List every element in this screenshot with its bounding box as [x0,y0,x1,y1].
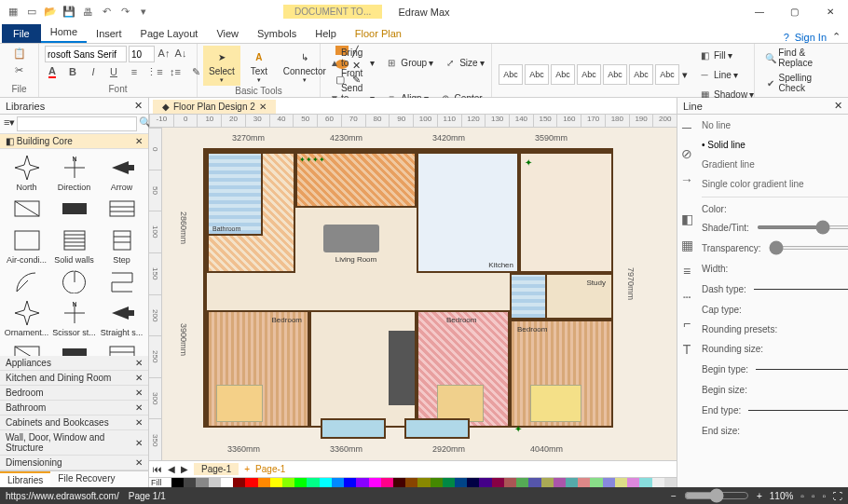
italic-button[interactable]: I [86,64,101,79]
swatch-scroll-icon[interactable]: ▾ [680,69,690,81]
color-swatch[interactable] [590,478,602,487]
color-swatch[interactable] [541,478,554,487]
collapsed-section[interactable]: Cabinets and Bookcases✕ [0,415,148,430]
color-swatch[interactable] [417,478,430,487]
floor-plan-menu[interactable]: Floor Plan [346,24,411,43]
qa-dropdown-icon[interactable]: ▾ [137,6,150,19]
library-shape[interactable]: North [4,153,49,192]
qa-print-icon[interactable]: 🖶 [81,6,94,19]
library-shape[interactable] [99,339,144,356]
font-size-combo[interactable] [129,46,155,62]
view-menu[interactable]: View [207,24,248,43]
libraries-tab[interactable]: Libraries [0,471,50,487]
color-swatch[interactable] [405,478,417,487]
color-swatch[interactable] [652,478,664,487]
align-left-icon[interactable]: ≡ [127,64,142,79]
library-shape[interactable]: Ornament... [4,298,49,337]
library-shape[interactable] [51,194,97,224]
collapsed-section[interactable]: Appliances✕ [0,356,148,371]
font-grow-icon[interactable]: A↑ [157,46,171,61]
style-swatch-4[interactable]: Abc [577,64,601,85]
color-swatch[interactable] [245,478,257,487]
solid-line-option[interactable]: • Solid line [702,138,848,152]
collapse-ribbon-icon[interactable]: ⌃ [832,31,841,43]
style-swatch-6[interactable]: Abc [629,64,653,85]
minimize-button[interactable]: — [745,3,773,21]
color-swatch[interactable] [393,478,405,487]
insert-menu[interactable]: Insert [87,24,131,43]
color-swatch[interactable] [664,478,677,487]
library-shape[interactable]: Solid walls [51,225,97,265]
panel-noline-icon[interactable]: ⊘ [677,144,696,163]
gradient-line-option[interactable]: Gradient line [702,157,848,171]
symbols-menu[interactable]: Symbols [248,24,306,43]
single-gradient-option[interactable]: Single color gradient line [702,177,848,191]
color-swatch[interactable] [528,478,540,487]
close-button[interactable]: ✕ [816,3,844,21]
help-icon[interactable]: ? [784,32,789,43]
line-style-button[interactable]: ─Line▾ [693,65,758,84]
color-swatch[interactable] [356,478,368,487]
font-shrink-icon[interactable]: A↓ [173,46,188,61]
library-shape[interactable]: Arrow [99,153,144,192]
panel-shadow-icon[interactable]: ▦ [677,236,696,254]
bold-button[interactable]: B [65,64,80,79]
color-swatch[interactable] [467,478,479,487]
color-swatch[interactable] [332,478,344,487]
panel-close-icon[interactable]: ✕ [834,100,842,112]
color-swatch[interactable] [431,478,443,487]
page-tab-1[interactable]: Page-1 [194,463,239,475]
group-button[interactable]: ⊞Group▾ [380,46,437,80]
document-tab[interactable]: ◆ Floor Plan Design 2 ✕ [153,100,276,114]
color-swatch[interactable] [443,478,455,487]
panel-arrow-icon[interactable]: → [677,170,696,189]
page-next-icon[interactable]: ▶ [181,464,188,474]
color-swatch[interactable] [344,478,356,487]
library-shape[interactable]: Step [99,225,144,265]
color-swatch[interactable] [566,478,578,487]
library-shape[interactable] [99,266,144,296]
panel-corner-icon[interactable]: ⌐ [677,314,696,333]
style-swatch-3[interactable]: Abc [551,64,575,85]
color-swatch[interactable] [209,478,221,487]
collapsed-section[interactable]: Bathroom✕ [0,401,148,415]
qa-save-icon[interactable]: 💾 [62,6,75,19]
panel-dash-icon[interactable]: ┄ [677,288,696,306]
fullscreen-icon[interactable]: ⛶ [833,491,842,501]
find-replace-button[interactable]: 🔍Find & Replace [760,46,835,70]
paste-icon[interactable]: 📋 [12,46,27,61]
library-search-input[interactable] [17,116,137,131]
style-swatch-1[interactable]: Abc [499,64,523,85]
color-swatch[interactable] [233,478,245,487]
color-swatch[interactable] [282,478,294,487]
style-swatch-7[interactable]: Abc [655,64,679,85]
color-swatch[interactable] [258,478,270,487]
bring-front-button[interactable]: ▲Bring to Front▾ [326,46,378,80]
color-swatch[interactable] [578,478,590,487]
font-color-icon[interactable]: A [45,64,60,79]
color-swatch[interactable] [516,478,528,487]
color-swatch[interactable] [196,478,208,487]
color-swatch[interactable] [615,478,627,487]
library-shape[interactable] [4,194,49,224]
file-menu[interactable]: File [2,24,41,43]
style-swatch-5[interactable]: Abc [603,64,627,85]
file-recovery-tab[interactable]: File Recovery [50,471,122,487]
library-shape[interactable]: Straight s... [99,298,144,337]
color-swatch[interactable] [455,478,467,487]
panel-line-icon[interactable]: ─ [677,118,696,137]
qa-undo-icon[interactable]: ↶ [100,6,113,19]
collapsed-section[interactable]: Dimensioning✕ [0,456,148,470]
color-swatch[interactable] [492,478,504,487]
page-layout-menu[interactable]: Page Layout [131,24,208,43]
select-tool[interactable]: ➤ Select▾ [203,46,240,86]
libraries-close-icon[interactable]: ✕ [134,100,143,112]
page-first-icon[interactable]: ⏮ [153,464,162,474]
panel-text-icon[interactable]: T [677,340,696,359]
color-fill-strip[interactable]: Fill [149,477,677,487]
fill-button[interactable]: ◧Fill▾ [693,46,758,64]
doc-tab-close-icon[interactable]: ✕ [259,102,267,112]
color-swatch[interactable] [554,478,566,487]
font-family-combo[interactable] [45,46,127,62]
library-shape[interactable] [4,266,49,296]
